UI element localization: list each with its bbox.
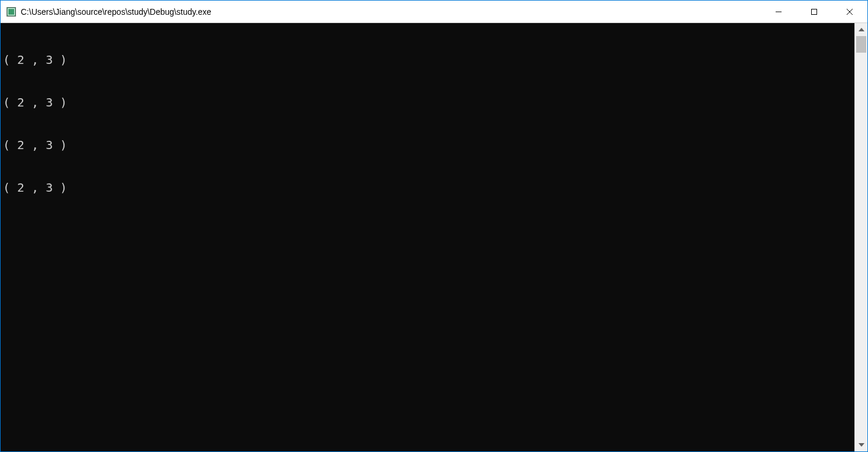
- chevron-up-icon: [859, 28, 864, 31]
- close-icon: [846, 8, 853, 15]
- maximize-button[interactable]: [796, 1, 832, 22]
- console-line: ( 2 , 3 ): [3, 53, 852, 67]
- svg-rect-1: [812, 9, 817, 14]
- console-line: ( 2 , 3 ): [3, 180, 852, 195]
- titlebar: C:\Users\Jiang\source\repos\study\Debug\…: [1, 1, 867, 23]
- scrollbar-track[interactable]: [855, 36, 867, 438]
- scroll-up-arrow[interactable]: [855, 23, 867, 36]
- window-controls: [761, 1, 867, 22]
- minimize-icon: [775, 8, 782, 15]
- scroll-down-arrow[interactable]: [855, 438, 867, 451]
- window-title: C:\Users\Jiang\source\repos\study\Debug\…: [21, 7, 761, 17]
- maximize-icon: [811, 8, 818, 15]
- minimize-button[interactable]: [761, 1, 796, 22]
- console-line: ( 2 , 3 ): [3, 95, 852, 109]
- app-icon: [7, 7, 16, 17]
- console-container: ( 2 , 3 ) ( 2 , 3 ) ( 2 , 3 ) ( 2 , 3 ): [1, 23, 867, 451]
- close-button[interactable]: [832, 1, 867, 22]
- console-output[interactable]: ( 2 , 3 ) ( 2 , 3 ) ( 2 , 3 ) ( 2 , 3 ): [1, 23, 854, 451]
- vertical-scrollbar[interactable]: [854, 23, 867, 451]
- chevron-down-icon: [859, 443, 864, 447]
- scrollbar-thumb[interactable]: [856, 36, 866, 53]
- console-line: ( 2 , 3 ): [3, 138, 852, 152]
